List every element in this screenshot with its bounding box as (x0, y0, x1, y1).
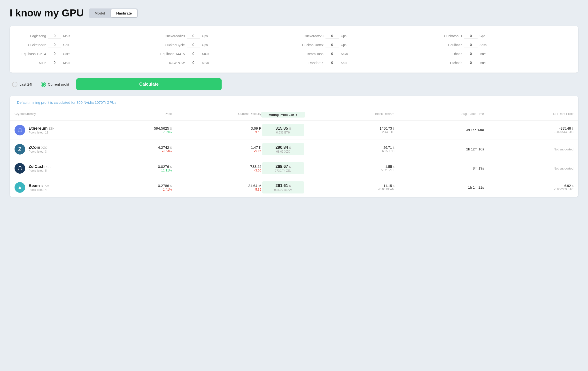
header-block-reward: Block Reward (305, 112, 395, 118)
hashrate-input[interactable] (48, 42, 61, 47)
sort-arrow: ▼ (295, 113, 298, 116)
block-reward-cell: 1450.73 $ 2.44 ETH (305, 127, 395, 134)
hashrate-unit: Sol/s (480, 43, 486, 47)
hashrate-input[interactable] (464, 60, 478, 65)
mode-toggle: Model Hashrate (89, 9, 138, 18)
nh-sub-value: -0.000369 BTC (484, 188, 573, 191)
hashrate-label: Etchash (436, 61, 462, 65)
hashrate-input[interactable] (187, 51, 200, 56)
hashrate-input[interactable] (464, 33, 478, 39)
hashrate-input[interactable] (48, 60, 61, 65)
crypto-name: ZCoin XZC (29, 145, 47, 150)
profit-sub: 68.05 XZC (265, 150, 302, 153)
hashrate-unit: Mh/s (480, 52, 486, 56)
profit-sub: 938.90 BEAM (265, 188, 302, 191)
header-difficulty: Current Difficulty (172, 112, 262, 118)
hashrate-row: Cuckarooz29 Gps (297, 33, 430, 39)
difficulty-cell: 1.47 K -5.74 (172, 145, 262, 153)
block-reward-sub: 56.25 ZEL (305, 169, 395, 172)
diff-change: -5.32 (172, 188, 262, 191)
hashrate-label: Equihash 144_5 (158, 52, 185, 56)
hashrate-label: MTP (19, 61, 46, 65)
profit-cell: 290.84 $ 68.05 XZC (262, 143, 304, 155)
pools-listed: Pools listed: 5 (29, 169, 51, 172)
nh-main-value: -6.92 $ (484, 184, 573, 188)
block-reward-cell: 1.55 $ 56.25 ZEL (305, 165, 395, 172)
nh-not-supported: Not supported (554, 148, 573, 151)
pools-listed: Pools listed: 4 (29, 188, 49, 191)
price-pct: -4.64% (82, 150, 172, 153)
hashrate-row: KAWPOW Mh/s (158, 60, 291, 65)
hashrate-input[interactable] (464, 42, 478, 47)
crypto-icon: ⬡ (15, 163, 25, 174)
hashrate-row: Eaglesong Mh/s (19, 33, 152, 39)
nh-not-supported: Not supported (554, 167, 573, 170)
hashrate-mode-button[interactable]: Hashrate (111, 9, 137, 17)
profit-main: 290.84 $ (265, 145, 302, 150)
hashrate-input[interactable] (187, 60, 200, 65)
crypto-cell: ▲ Beam BEAM Pools listed: 4 (15, 182, 82, 193)
hashrate-row: CuckooCycle Gps (158, 42, 291, 47)
model-mode-button[interactable]: Model (89, 9, 110, 17)
hashrate-row: RandomX Kh/s (297, 60, 430, 65)
hashrate-input[interactable] (464, 51, 478, 56)
hashrate-label: Ethash (436, 52, 462, 56)
hashrate-row: MTP Mh/s (19, 60, 152, 65)
hashrate-input[interactable] (326, 60, 339, 65)
hashrate-unit: Kh/s (341, 61, 347, 65)
block-reward-cell: 11.15 $ 40.00 BEAM (305, 184, 395, 191)
profit-sub: 9730.74 ZEL (265, 169, 302, 172)
hashrate-input[interactable] (326, 33, 339, 39)
hashrate-unit: Sol/s (341, 52, 348, 56)
price-pct: 7.39% (82, 130, 172, 134)
last24h-radio[interactable]: Last 24h (12, 82, 33, 87)
current-profit-radio-circle (41, 82, 46, 87)
controls-row: Last 24h Current profit Calculate (10, 78, 578, 90)
hashrate-input[interactable] (187, 42, 200, 47)
price-cell: 0.2786 $ -1.41% (82, 184, 172, 191)
crypto-cell: ⬡ Ethereum ETH Pools listed: 11 (15, 125, 82, 135)
nh-cell: Not supported (484, 166, 573, 170)
hashrate-input[interactable] (48, 51, 61, 56)
block-reward-main: 1450.73 $ (305, 127, 395, 130)
hashrate-unit: Mh/s (480, 61, 486, 65)
crypto-info: Beam BEAM Pools listed: 4 (29, 183, 49, 191)
price-main: 0.0276 $ (82, 164, 172, 169)
diff-main: 21.64 M (172, 184, 262, 188)
last24h-radio-circle (12, 82, 17, 87)
hashrate-panel: Eaglesong Mh/s Cuckarood29 Gps Cuckarooz… (10, 26, 578, 72)
pools-listed: Pools listed: 11 (29, 131, 54, 134)
block-reward-main: 1.55 $ (305, 165, 395, 169)
diff-change: -5.74 (172, 150, 262, 153)
table-row: Z ZCoin XZC Pools listed: 3 4.2742 $ -4.… (10, 140, 578, 159)
hashrate-input[interactable] (326, 51, 339, 56)
crypto-info: Ethereum ETH Pools listed: 11 (29, 126, 54, 134)
crypto-info: ZelCash ZEL Pools listed: 5 (29, 164, 51, 172)
hashrate-row: Equihash 125_4 Sol/s (19, 51, 152, 56)
hashrate-input[interactable] (187, 33, 200, 39)
header-profit[interactable]: Mining Profit 24h ▼ (261, 112, 305, 118)
current-profit-radio[interactable]: Current profit (41, 82, 69, 87)
calculate-button[interactable]: Calculate (76, 78, 221, 90)
header-crypto: Cryptocurrency (15, 112, 82, 118)
hashrate-label: Equihash 125_4 (19, 52, 46, 56)
nh-cell: Not supported (484, 147, 573, 151)
price-cell: 594.5625 $ 7.39% (82, 126, 172, 134)
last24h-label: Last 24h (19, 82, 33, 86)
hashrate-row: Cuckatoo31 Gps (436, 33, 569, 39)
hashrate-row: CuckooCortex Gps (297, 42, 430, 47)
nh-profit-cell: -385.48 $ -0.020544 BTC (484, 127, 573, 134)
difficulty-cell: 733.44 -3.56 (172, 164, 262, 172)
header-nh-profit: NH Rent Profit (484, 112, 573, 118)
table-body: ⬡ Ethereum ETH Pools listed: 11 594.5625… (10, 121, 578, 197)
nh-main-value: -385.48 $ (484, 127, 573, 130)
block-time-cell: 4d 14h 14m (395, 128, 484, 132)
table-row: ⬡ ZelCash ZEL Pools listed: 5 0.0276 $ 1… (10, 159, 578, 178)
hashrate-row: Ethash Mh/s (436, 51, 569, 56)
hashrate-input[interactable] (326, 42, 339, 47)
header-profit-label: Mining Profit 24h (269, 113, 294, 117)
hashrate-input[interactable] (48, 33, 61, 39)
block-reward-cell: 26.71 $ 6.25 XZC (305, 146, 395, 153)
block-reward-sub: 2.44 ETH (305, 130, 395, 134)
pools-listed: Pools listed: 3 (29, 150, 47, 153)
